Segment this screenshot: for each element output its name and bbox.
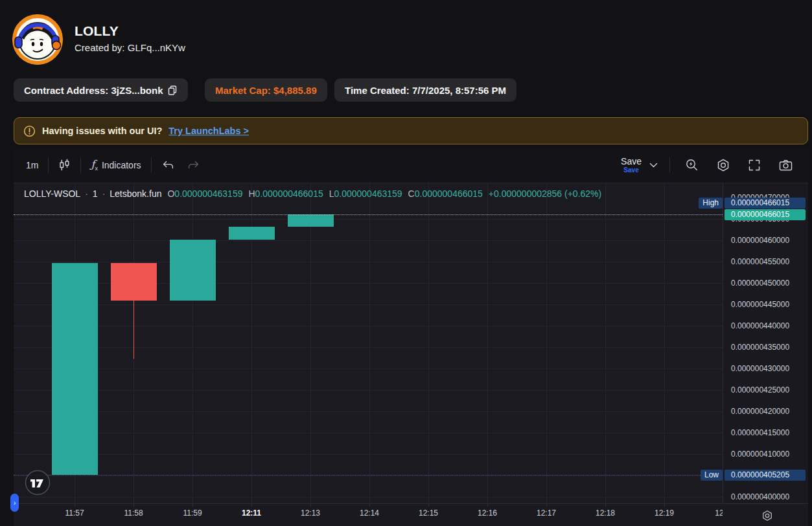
price-tick-label: 0.000000430000 xyxy=(731,364,789,373)
price-tick-label: 0.000000460000 xyxy=(731,236,789,245)
toolbar-left-group: 1m ƒx Indicators xyxy=(20,154,206,176)
chevron-down-icon xyxy=(649,163,658,168)
time-tick xyxy=(192,504,193,507)
axis-settings-gear-icon[interactable] xyxy=(761,509,774,522)
fullscreen-icon xyxy=(747,158,761,172)
gridline-horizontal xyxy=(14,390,723,391)
time-label: 12:14 xyxy=(360,509,379,518)
legend-low-key: L xyxy=(329,189,334,199)
legend-high-value: 0.000000466015 xyxy=(255,189,323,199)
legend-change: +0.000000002856 (+0.62%) xyxy=(489,189,601,199)
token-title: LOLLY xyxy=(75,23,119,39)
high-price-badge: 0.000000466015 xyxy=(725,198,806,209)
time-tick xyxy=(546,504,547,507)
indicators-button[interactable]: ƒx Indicators xyxy=(85,154,146,176)
interval-label: 1m xyxy=(26,160,38,170)
chart-widget: 1m ƒx Indicators xyxy=(14,148,808,526)
time-label: 12:18 xyxy=(596,509,615,518)
gridline-vertical xyxy=(428,183,429,503)
gridline-horizontal xyxy=(14,347,723,348)
legend-separator: · xyxy=(102,189,106,199)
legend-open-key: O xyxy=(167,189,174,199)
time-label: 12:19 xyxy=(655,509,674,518)
gridline-horizontal xyxy=(14,304,723,305)
gridline-horizontal xyxy=(14,433,723,433)
gridline-horizontal xyxy=(14,497,723,497)
banner-message: Having issues with our UI? xyxy=(42,126,162,136)
fullscreen-button[interactable] xyxy=(741,154,767,176)
save-button[interactable]: Save Save xyxy=(621,157,642,174)
legend-separator: · xyxy=(85,189,88,199)
interval-button[interactable]: 1m xyxy=(20,156,44,174)
toolbar-right-group: Save Save xyxy=(621,154,802,176)
toolbar-separator xyxy=(48,157,49,173)
current-price-badge: 0.000000466015 xyxy=(725,209,806,220)
price-axis[interactable]: 0.0000004700000.0000004650000.0000004600… xyxy=(723,183,808,503)
copy-icon[interactable] xyxy=(167,85,178,96)
contract-address-pill[interactable]: Contract Address: 3jZS...bonk xyxy=(14,78,188,102)
time-tick xyxy=(75,504,75,507)
time-tick xyxy=(369,504,370,507)
gridline-horizontal xyxy=(14,369,723,369)
time-tick xyxy=(310,504,311,507)
gridline-horizontal xyxy=(14,326,723,326)
candle xyxy=(288,214,334,227)
left-panel-expand-tab[interactable]: › xyxy=(10,494,19,512)
time-label: 12:13 xyxy=(301,509,320,518)
price-tick-label: 0.000000425000 xyxy=(731,385,789,394)
gridline-vertical xyxy=(192,183,193,503)
fx-icon: ƒx xyxy=(91,158,97,172)
time-tick xyxy=(251,504,252,507)
candle xyxy=(111,263,157,301)
save-menu-chevron[interactable] xyxy=(647,159,660,172)
issues-banner: Having issues with our UI? Try LaunchLab… xyxy=(14,117,808,144)
time-tick xyxy=(605,504,606,507)
candle xyxy=(229,227,275,240)
toolbar-separator xyxy=(669,157,670,173)
time-created-pill: Time Created: 7/7/2025, 8:57:56 PM xyxy=(334,78,516,102)
time-label: 11:57 xyxy=(65,509,84,518)
candlestick-icon xyxy=(58,159,71,172)
time-label: 12:15 xyxy=(419,509,438,518)
chart-pane[interactable]: LOLLY-WSOL · 1 · Letsbonk.fun O 0.000000… xyxy=(14,183,723,503)
toolbar-separator xyxy=(151,157,152,173)
save-hint: Save xyxy=(623,167,638,174)
legend-interval: 1 xyxy=(93,189,98,199)
snapshot-button[interactable] xyxy=(772,154,799,176)
chart-toolbar: 1m ƒx Indicators xyxy=(14,148,808,183)
settings-button[interactable] xyxy=(710,154,736,176)
high-tag: High xyxy=(699,198,723,209)
chart-style-button[interactable] xyxy=(52,155,76,176)
candle xyxy=(170,240,216,301)
time-tick xyxy=(487,504,488,507)
gridline-vertical xyxy=(605,183,606,503)
price-tick-label: 0.000000420000 xyxy=(731,407,789,416)
camera-icon xyxy=(778,158,793,172)
time-axis[interactable]: 11:5711:5811:5912:1112:1312:1412:1512:16… xyxy=(14,503,808,526)
market-cap-pill: Market Cap: $4,885.89 xyxy=(205,78,327,102)
save-label: Save xyxy=(621,157,642,166)
launchlabs-link[interactable]: Try LaunchLabs > xyxy=(168,126,249,136)
chart-legend: LOLLY-WSOL · 1 · Letsbonk.fun O 0.000000… xyxy=(24,189,601,199)
tradingview-logo[interactable] xyxy=(25,470,51,496)
legend-symbol[interactable]: LOLLY-WSOL xyxy=(24,189,80,199)
time-created-text: Time Created: 7/7/2025, 8:57:56 PM xyxy=(345,85,506,96)
price-tick-label: 0.000000450000 xyxy=(731,279,789,288)
time-label: 12:11 xyxy=(242,509,261,518)
indicators-label: Indicators xyxy=(102,160,141,170)
low-tag: Low xyxy=(701,470,723,481)
legend-high-key: H xyxy=(248,189,255,199)
redo-button[interactable] xyxy=(181,156,206,175)
price-tick-label: 0.000000435000 xyxy=(731,343,789,352)
redo-icon xyxy=(187,160,200,171)
legend-low-value: 0.000000463159 xyxy=(334,189,402,199)
gridline-horizontal xyxy=(14,262,723,262)
contract-address-text: Contract Address: 3jZS...bonk xyxy=(24,85,163,96)
undo-button[interactable] xyxy=(156,156,181,175)
page: LOLLY Created by: GLFq...nKYw Contract A… xyxy=(0,0,812,526)
quick-search-button[interactable] xyxy=(679,154,705,176)
price-tick-label: 0.000000410000 xyxy=(731,450,789,459)
undo-icon xyxy=(161,160,175,171)
current-price-line xyxy=(14,214,723,215)
time-labels: 11:5711:5811:5912:1112:1312:1412:1512:16… xyxy=(14,504,723,526)
